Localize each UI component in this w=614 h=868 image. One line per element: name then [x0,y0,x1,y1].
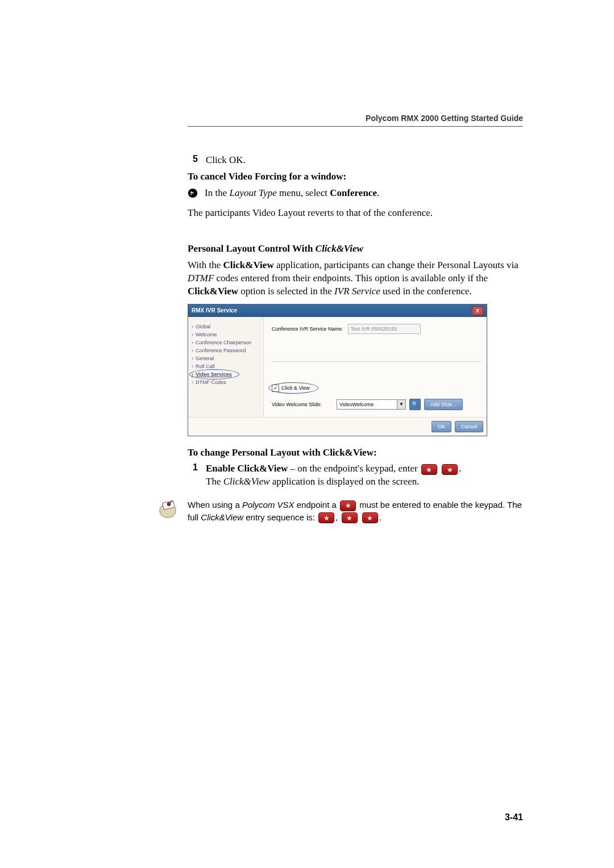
sidebar-label: DTMF Codes [196,379,226,385]
dialog-titlebar: RMX IVR Service x [188,304,487,317]
star-key-icon: ★ [342,512,358,523]
sidebar-label: Conference Chairperson [196,340,251,345]
text: . [379,512,381,522]
change-heading: To change Personal Layout with Click&Vie… [188,446,523,460]
sidebar-label: Global [196,324,210,329]
service-name-field[interactable]: Test IVR 050525155 [348,324,421,334]
slide-select[interactable]: VideoWelcome ▼ [337,399,406,410]
star-key-icon: ★ [442,464,458,475]
sidebar-item-dtmf[interactable]: ›DTMF Codes [192,378,261,386]
expand-icon: › [192,379,193,385]
service-name-label: Conference IVR Service Name: [272,326,343,332]
conference-bold: Conference [330,187,377,198]
text: Click&View [201,512,243,522]
text: When using a [188,500,242,510]
step-text: Click OK. [206,154,246,167]
step-1-enable: 1 Enable Click&View – on the endpoint's … [188,462,523,489]
dialog-title-text: RMX IVR Service [192,307,237,314]
sidebar-item-welcome[interactable]: ›Welcome [192,331,261,339]
star-key-icon: ★ [362,512,378,523]
text: Click&View [223,260,274,270]
sidebar-item-rollcall[interactable]: ›Roll Call [192,362,261,370]
step-number: 1 [188,462,198,473]
text: – on the endpoint's keypad, enter [288,463,420,474]
sidebar-item-global[interactable]: ›Global [192,323,261,331]
ok-button[interactable]: OK [432,421,451,432]
text: menu, select [277,187,330,198]
cancel-heading: To cancel Video Forcing for a window: [188,170,523,183]
step-text: Enable Click&View – on the endpoint's ke… [206,462,461,489]
keypad-star-icon: ★ [340,500,356,511]
clickview-italic: Click&View [316,243,363,254]
text: With the [188,260,223,270]
text: codes entered from their endpoints. This… [214,273,488,283]
text: Click&View [223,476,270,487]
keypad-star-icon: ★ [421,464,437,475]
arrow-right-icon [188,188,198,198]
sidebar-label: General [196,356,214,361]
slide-select-value: VideoWelcome [339,402,374,407]
text: Click&View [188,286,238,297]
text: . [459,463,461,474]
preview-button[interactable]: 🔍 [409,399,421,410]
personal-heading: Personal Layout Control With Click&View [188,243,523,256]
text: Enable Click&View [206,463,288,474]
sidebar-label: Conference Password [196,348,246,353]
cancel-button[interactable]: Cancel [455,421,483,432]
text: DTMF [188,273,214,283]
cancel-bullet: In the Layout Type menu, select Conferen… [188,187,523,203]
step-number: 5 [188,154,198,164]
note-pin-icon [157,499,179,523]
ivr-service-dialog: RMX IVR Service x ›Global ›Welcome ›Conf… [188,304,487,436]
sidebar-label: Welcome [196,332,217,337]
text: Personal Layouts [437,260,504,270]
note-block: When using a Polycom VSX endpoint a ★ mu… [157,499,523,523]
sidebar-item-password[interactable]: ›Conference Password [192,347,261,354]
highlight-oval [189,369,239,379]
text: entry sequence is: [243,512,317,522]
sidebar-label: Roll Call [196,364,215,369]
expand-icon: › [192,324,193,329]
text: application is displayed on the screen. [270,476,420,487]
layout-type-italic: Layout Type [229,187,276,198]
text: option is selected in the [238,286,334,297]
text: endpoint a [294,500,339,510]
keypad-star-icon: ★ [318,512,334,523]
expand-icon: › [192,364,193,369]
text: application, participants can change the… [274,260,437,270]
star-key-icon: ★ [318,512,334,523]
note-text: When using a Polycom VSX endpoint a ★ mu… [188,499,523,523]
text: via [504,260,518,270]
expand-icon: › [192,348,193,353]
expand-icon: › [192,356,193,361]
text: The [206,476,223,487]
page-header: Polycom RMX 2000 Getting Started Guide [188,114,523,127]
cancel-after-text: The participants Video Layout reverts to… [188,207,523,220]
click-view-checkbox-row[interactable]: ✓ Click & View [272,385,310,392]
text: used in the conference. [380,286,472,297]
star-key-icon: ★ [340,500,356,511]
keypad-star-icon: ★ [442,464,458,475]
highlight-oval [268,382,318,394]
text: In the [205,187,229,198]
keypad-star-icon: ★ [362,512,378,523]
add-slide-button[interactable]: Add Slide... [424,399,463,410]
divider [272,361,481,362]
sidebar-item-general[interactable]: ›General [192,354,261,362]
expand-icon: › [192,332,193,337]
text: , [335,512,340,522]
dialog-sidebar: ›Global ›Welcome ›Conference Chairperson… [188,317,263,417]
sidebar-item-video-services[interactable]: ›Video Services [192,370,261,378]
slide-label: Video Welcome Slide: [272,402,333,407]
text [359,512,361,522]
text: Personal Layout Control With [188,243,316,254]
cancel-bullet-text: In the Layout Type menu, select Conferen… [205,187,379,200]
star-key-icon: ★ [421,464,437,475]
dialog-close-button[interactable]: x [472,306,483,315]
sidebar-item-chairperson[interactable]: ›Conference Chairperson [192,339,261,347]
text: . [377,187,379,198]
dialog-main-panel: Conference IVR Service Name: Test IVR 05… [263,317,487,417]
page-number: 3-41 [505,812,523,823]
personal-paragraph: With the Click&View application, partici… [188,259,523,298]
chevron-down-icon: ▼ [397,400,405,409]
